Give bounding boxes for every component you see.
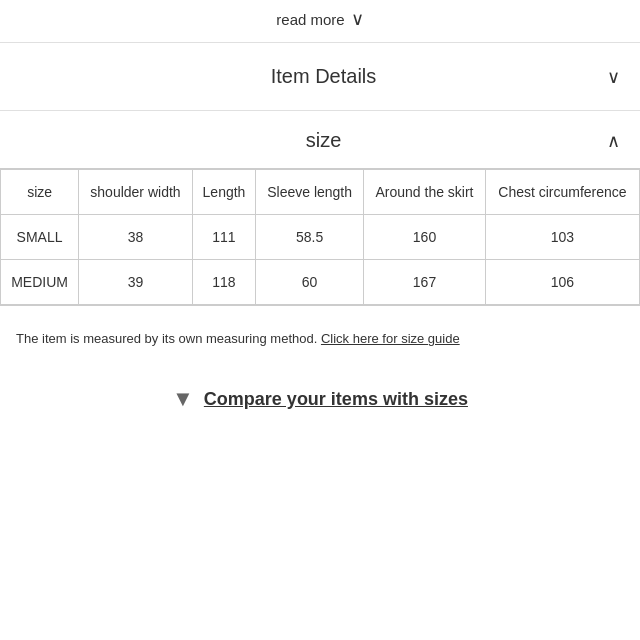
- item-details-bar[interactable]: Item Details ∨: [0, 43, 640, 111]
- table-header-row: size shoulder width Length Sleeve length…: [1, 170, 640, 215]
- compare-text[interactable]: Compare your items with sizes: [204, 389, 468, 410]
- col-header-shoulder-width: shoulder width: [79, 170, 193, 215]
- col-header-around-skirt: Around the skirt: [364, 170, 486, 215]
- measuring-note-text: The item is measured by its own measurin…: [16, 331, 317, 346]
- table-cell: SMALL: [1, 215, 79, 260]
- table-cell: MEDIUM: [1, 260, 79, 305]
- size-header[interactable]: size ∧: [0, 111, 640, 168]
- col-header-chest-circumference: Chest circumference: [485, 170, 639, 215]
- col-header-length: Length: [192, 170, 255, 215]
- table-cell: 58.5: [256, 215, 364, 260]
- item-details-chevron-icon[interactable]: ∨: [607, 66, 620, 88]
- table-cell: 103: [485, 215, 639, 260]
- top-bar: read more ∨: [0, 0, 640, 43]
- table-cell: 118: [192, 260, 255, 305]
- read-more-chevron-icon[interactable]: ∨: [351, 8, 364, 30]
- table-cell: 111: [192, 215, 255, 260]
- size-title: size: [40, 129, 607, 152]
- size-table-wrapper: size shoulder width Length Sleeve length…: [0, 168, 640, 306]
- col-header-sleeve-length: Sleeve length: [256, 170, 364, 215]
- table-cell: 39: [79, 260, 193, 305]
- table-row: SMALL3811158.5160103: [1, 215, 640, 260]
- table-cell: 60: [256, 260, 364, 305]
- size-table: size shoulder width Length Sleeve length…: [0, 169, 640, 305]
- table-cell: 167: [364, 260, 486, 305]
- col-header-size: size: [1, 170, 79, 215]
- table-cell: 106: [485, 260, 639, 305]
- table-cell: 160: [364, 215, 486, 260]
- size-guide-link[interactable]: Click here for size guide: [321, 331, 460, 346]
- size-section: size ∧ size shoulder width Length Sleeve…: [0, 111, 640, 316]
- table-cell: 38: [79, 215, 193, 260]
- compare-section[interactable]: ▼ Compare your items with sizes: [0, 362, 640, 436]
- item-details-title: Item Details: [271, 65, 377, 88]
- measuring-note: The item is measured by its own measurin…: [0, 316, 640, 362]
- table-row: MEDIUM3911860167106: [1, 260, 640, 305]
- read-more-text[interactable]: read more: [276, 11, 344, 28]
- compare-arrow-icon: ▼: [172, 386, 194, 412]
- size-chevron-up-icon[interactable]: ∧: [607, 130, 620, 152]
